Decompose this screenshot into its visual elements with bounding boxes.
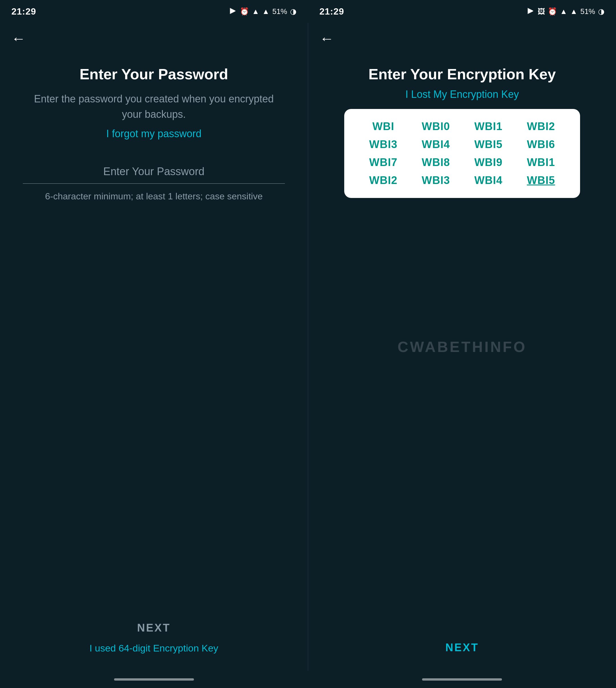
input-hint: 6-character minimum; at least 1 letters;… — [45, 189, 263, 203]
key-item: WBI3 — [411, 174, 461, 187]
forgot-password-link[interactable]: I forgot my password — [106, 128, 201, 140]
gallery-icon: 🖼 — [537, 7, 545, 16]
left-panel: ← Enter Your Password Enter the password… — [0, 23, 308, 671]
home-indicator-right — [422, 678, 502, 681]
left-subtitle: Enter the password you created when you … — [23, 91, 285, 122]
status-bar-right: 21:29 ⯈ 🖼 ⏰ ▲ ▲ 51% ◑ — [308, 0, 616, 23]
key-item: WBI5 — [516, 174, 566, 187]
right-panel: ← CWABETHINFO Enter Your Encryption Key … — [308, 23, 616, 671]
status-time-left: 21:29 — [12, 6, 36, 17]
alarm-icon: ⏰ — [240, 7, 249, 16]
battery-icon-r: ◑ — [598, 7, 604, 16]
left-content: Enter Your Password Enter the password y… — [0, 54, 308, 344]
signal-icon: ▲ — [252, 7, 259, 16]
right-next-button[interactable]: NEXT — [445, 642, 479, 654]
left-next-button[interactable]: NEXT — [137, 622, 171, 634]
battery-text-r: 51% — [580, 7, 595, 16]
key-item: WBI5 — [464, 138, 513, 151]
key-item: WBI4 — [464, 174, 513, 187]
signal-icon-2: ▲ — [262, 7, 269, 16]
key-item: WBI2 — [358, 174, 408, 187]
key-item: WBI3 — [358, 138, 408, 151]
split-container: ← Enter Your Password Enter the password… — [0, 23, 616, 671]
right-back-button[interactable]: ← — [320, 31, 334, 46]
right-bottom-area: NEXT — [308, 642, 616, 671]
lost-key-link[interactable]: I Lost My Encryption Key — [405, 88, 519, 101]
left-page-title: Enter Your Password — [80, 66, 228, 83]
wifi-icon: ⯈ — [229, 7, 237, 16]
key-item: WBI0 — [411, 121, 461, 133]
home-indicator-left-half — [0, 671, 308, 688]
status-bar: 21:29 ⯈ ⏰ ▲ ▲ 51% ◑ 21:29 ⯈ 🖼 ⏰ ▲ ▲ 51% … — [0, 0, 616, 23]
battery-icon: ◑ — [290, 7, 296, 16]
key-item: WBI9 — [464, 156, 513, 169]
left-bottom-area: NEXT I used 64-digit Encryption Key — [0, 622, 308, 671]
home-indicator-row — [0, 671, 616, 688]
key-item: WBI7 — [358, 156, 408, 169]
left-back-button[interactable]: ← — [12, 31, 26, 46]
home-indicator-left — [114, 678, 194, 681]
password-input-wrapper[interactable] — [23, 160, 285, 184]
home-indicator-right-half — [308, 671, 616, 688]
signal-icon-r2: ▲ — [570, 7, 577, 16]
status-time-right: 21:29 — [320, 6, 344, 17]
alarm-icon-r: ⏰ — [548, 7, 557, 16]
signal-icon-r: ▲ — [560, 7, 567, 16]
key-item: WBI — [358, 121, 408, 133]
key-item: WBI4 — [411, 138, 461, 151]
status-icons-left: ⯈ ⏰ ▲ ▲ 51% ◑ — [229, 7, 296, 16]
left-nav-bar: ← — [0, 23, 308, 54]
enc-key-link[interactable]: I used 64-digit Encryption Key — [90, 643, 218, 654]
right-nav-bar: ← CWABETHINFO — [308, 23, 616, 54]
right-page-title: Enter Your Encryption Key — [369, 66, 556, 83]
right-content: Enter Your Encryption Key I Lost My Encr… — [308, 54, 616, 354]
key-item: WBI1 — [464, 121, 513, 133]
status-bar-left: 21:29 ⯈ ⏰ ▲ ▲ 51% ◑ — [0, 0, 308, 23]
battery-text: 51% — [272, 7, 287, 16]
password-input[interactable] — [23, 160, 285, 184]
key-item: WBI6 — [516, 138, 566, 151]
key-item: WBI1 — [516, 156, 566, 169]
wifi-icon-r: ⯈ — [527, 7, 535, 16]
key-item: WBI8 — [411, 156, 461, 169]
status-icons-right: ⯈ 🖼 ⏰ ▲ ▲ 51% ◑ — [527, 7, 604, 16]
key-box: WBIWBI0WBI1WBI2WBI3WBI4WBI5WBI6WBI7WBI8W… — [344, 109, 580, 198]
key-item: WBI2 — [516, 121, 566, 133]
